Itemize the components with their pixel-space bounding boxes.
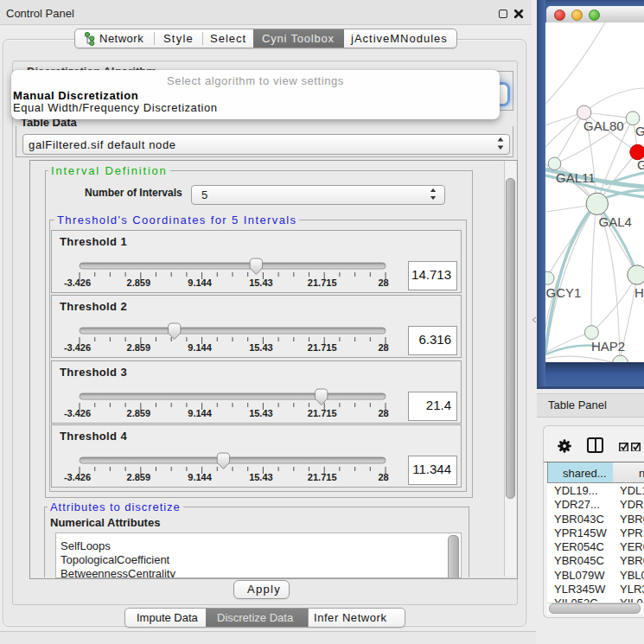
svg-text:28: 28: [378, 277, 388, 288]
svg-text:21.715: 21.715: [308, 277, 337, 288]
svg-text:15.43: 15.43: [249, 342, 273, 353]
svg-text:GCY1: GCY1: [546, 285, 582, 300]
svg-text:28: 28: [378, 408, 388, 418]
svg-text:G: G: [637, 157, 644, 172]
svg-text:2.859: 2.859: [127, 342, 151, 353]
svg-text:21.715: 21.715: [308, 342, 337, 353]
svg-text:28: 28: [378, 342, 388, 353]
svg-text:-3.426: -3.426: [64, 342, 91, 353]
svg-text:GAL4: GAL4: [599, 214, 632, 229]
svg-text:GA: GA: [635, 124, 644, 138]
svg-text:2.859: 2.859: [127, 408, 151, 418]
svg-text:9.144: 9.144: [188, 472, 212, 482]
svg-text:9.144: 9.144: [188, 408, 212, 418]
svg-text:15.43: 15.43: [249, 277, 273, 288]
svg-text:H: H: [634, 285, 644, 300]
svg-text:21.715: 21.715: [308, 472, 337, 482]
svg-text:15.43: 15.43: [249, 408, 273, 418]
svg-text:21.715: 21.715: [308, 408, 337, 418]
svg-text:-3.426: -3.426: [64, 472, 91, 482]
svg-text:HAP2: HAP2: [591, 339, 625, 354]
svg-text:-3.426: -3.426: [64, 277, 91, 288]
svg-text:GAL80: GAL80: [583, 118, 624, 133]
svg-text:9.144: 9.144: [188, 277, 212, 288]
svg-text:28: 28: [378, 472, 388, 482]
svg-text:-3.426: -3.426: [64, 408, 91, 418]
svg-text:GAL11: GAL11: [556, 170, 596, 185]
svg-text:9.144: 9.144: [188, 342, 212, 353]
svg-text:15.43: 15.43: [249, 472, 273, 482]
svg-text:2.859: 2.859: [127, 277, 151, 288]
svg-text:2.859: 2.859: [127, 472, 151, 482]
